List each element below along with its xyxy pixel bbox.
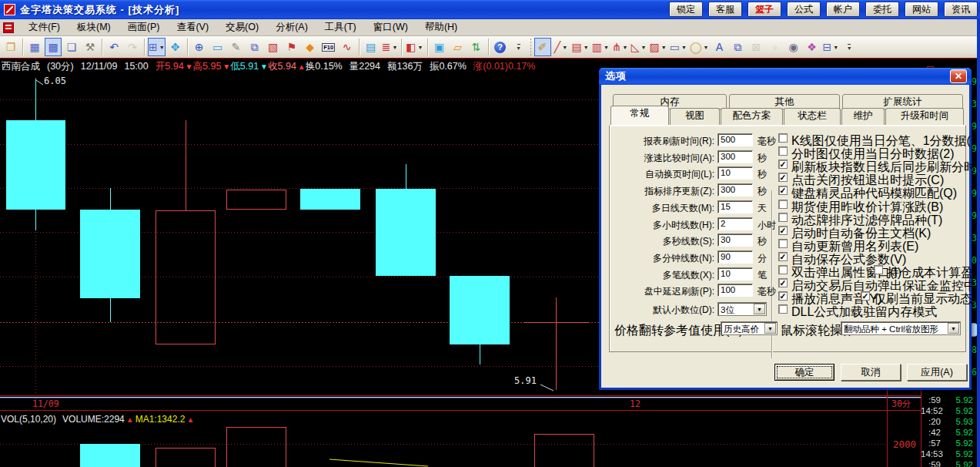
dialog-tab-其他[interactable]: 其他: [729, 94, 840, 109]
chevron-down-icon[interactable]: ▼: [754, 304, 765, 314]
panel-split-button[interactable]: ◧▼: [405, 38, 423, 56]
titlebar-button-网站[interactable]: 网站: [905, 2, 938, 17]
draw-gann-button[interactable]: ◺▼: [630, 38, 647, 56]
toolbar-overflow-button[interactable]: ▾: [510, 38, 527, 56]
draw-channel-button[interactable]: ▤▼: [571, 38, 590, 56]
menu-item-工具(T)[interactable]: 工具(T): [316, 19, 365, 35]
titlebar-button-锁定[interactable]: 锁定: [669, 2, 703, 17]
dialog-tab-视图[interactable]: 视图: [670, 108, 720, 125]
field-input-9[interactable]: 10: [717, 267, 753, 281]
dialog-button-取消[interactable]: 取消: [841, 364, 901, 381]
dialog-button-应用(A)[interactable]: 应用(A): [907, 364, 967, 381]
monitor-screen-button[interactable]: ▣: [431, 38, 448, 56]
field-input-7[interactable]: 30: [717, 234, 753, 247]
checkbox-checked[interactable]: ✓: [778, 186, 788, 195]
dialog-tab-扩展统计[interactable]: 扩展统计: [842, 94, 963, 109]
draw-text-button[interactable]: A: [711, 38, 727, 56]
checkbox-unchecked[interactable]: [778, 265, 788, 274]
field-input-3[interactable]: 10: [717, 166, 753, 180]
menu-item-交易(O)[interactable]: 交易(O): [217, 19, 267, 35]
menu-item-板块(M)[interactable]: 板块(M): [69, 19, 119, 35]
help-button[interactable]: ?: [492, 38, 509, 56]
checkbox-checked[interactable]: ✓: [778, 278, 788, 287]
page-layout-button[interactable]: ❏: [63, 38, 80, 56]
menu-item-帮助(H)[interactable]: 帮助(H): [416, 19, 466, 35]
dialog-tab-升级和时间[interactable]: 升级和时间: [885, 108, 964, 125]
menu-item-窗口(W)[interactable]: 窗口(W): [365, 19, 416, 35]
dialog-close-icon[interactable]: ✕: [950, 69, 967, 83]
checkbox-unchecked[interactable]: [778, 304, 788, 314]
checkbox-checked[interactable]: ✓: [778, 291, 788, 301]
checkbox-checked[interactable]: ✓: [778, 160, 788, 169]
field-input-2[interactable]: 300: [717, 150, 753, 163]
field-input-8[interactable]: 90: [717, 250, 753, 264]
shape-layers-button[interactable]: ⊟▼: [821, 38, 839, 56]
trend-analyze-button[interactable]: ∿: [339, 38, 356, 56]
titlebar-button-客服[interactable]: 客服: [708, 2, 742, 17]
checkbox-unchecked[interactable]: [778, 146, 788, 156]
redo-button[interactable]: ↷: [124, 38, 141, 56]
flip-reference-combobox[interactable]: 历史高价▼: [721, 321, 778, 335]
draw-line-button[interactable]: ╱▼: [553, 38, 570, 56]
titlebar-button-资讯[interactable]: 资讯: [944, 2, 978, 17]
field-input-6[interactable]: 2: [717, 217, 753, 230]
dialog-tab-维护[interactable]: 维护: [841, 108, 885, 125]
zoom-in-button[interactable]: ⊕: [191, 38, 208, 56]
mouse-wheel-combobox[interactable]: 翻动品种 + Ctrl缩放图形▼: [841, 321, 961, 335]
draw-vertlines-button[interactable]: ▥▼: [591, 38, 610, 56]
open-folder-button[interactable]: ❐: [2, 38, 19, 56]
report-table-button[interactable]: ▦: [26, 38, 43, 56]
f10-info-button[interactable]: F10: [320, 38, 337, 56]
checkbox-unchecked[interactable]: [874, 265, 883, 274]
undo-button[interactable]: ↶: [105, 38, 122, 56]
titlebar-button-篮子[interactable]: 篮子: [748, 2, 781, 17]
draw-rect-button[interactable]: ▭▼: [669, 38, 687, 56]
dialog-tab-状态栏[interactable]: 状态栏: [784, 108, 841, 125]
window-layout-button[interactable]: ⊞▼: [148, 38, 166, 56]
chevron-down-icon[interactable]: ▼: [948, 323, 959, 334]
titlebar-button-委托[interactable]: 委托: [865, 2, 899, 17]
shape-copy-button[interactable]: ⧉: [729, 38, 746, 56]
transfer-updown-button[interactable]: ⇅: [468, 38, 485, 56]
shape-delete-button[interactable]: ⊠: [748, 38, 764, 56]
field-input-5[interactable]: 15: [717, 200, 753, 213]
scroll-news-button[interactable]: ▱: [450, 38, 467, 56]
edit-note-button[interactable]: ✎: [228, 38, 245, 56]
checkbox-unchecked[interactable]: [778, 239, 788, 248]
flag-export-button[interactable]: ⚑: [283, 38, 300, 56]
copy-objects-button[interactable]: ⧉: [246, 38, 263, 56]
field-input-4[interactable]: 300: [717, 183, 753, 197]
chevron-down-icon[interactable]: ▼: [764, 323, 776, 334]
dialog-tab-常规[interactable]: 常规: [610, 106, 669, 125]
shape-lock-button[interactable]: ◉: [784, 38, 801, 56]
draw-fanlines-button[interactable]: ⋔▼: [611, 38, 629, 56]
indicator-list-button[interactable]: ≣▼: [381, 38, 399, 56]
menu-item-文件(F)[interactable]: 文件(F): [20, 19, 69, 35]
titlebar-button-公式[interactable]: 公式: [787, 2, 821, 17]
draw-hatch-button[interactable]: ▨▼: [649, 38, 667, 56]
checkbox-unchecked[interactable]: [778, 213, 788, 222]
menu-item-分析(A)[interactable]: 分析(A): [267, 19, 316, 35]
draw-ellipse-button[interactable]: ◯▼: [689, 38, 710, 56]
titlebar-button-帐户[interactable]: 帐户: [826, 2, 860, 17]
block-overview-button[interactable]: ▩: [45, 38, 62, 56]
alert-warning-button[interactable]: ◆: [302, 38, 319, 56]
color-palette-button[interactable]: ❖: [803, 38, 820, 56]
dialog-button-确定[interactable]: 确定: [774, 364, 835, 381]
menu-item-查看(V)[interactable]: 查看(V): [168, 19, 217, 35]
field-input-10[interactable]: 100: [717, 284, 753, 297]
checkbox-checked[interactable]: ✓: [861, 291, 870, 301]
dialog-tab-配色方案[interactable]: 配色方案: [721, 108, 783, 125]
indicator-apply-button[interactable]: ▧: [265, 38, 282, 56]
tools-hammer-button[interactable]: ⚒: [82, 38, 99, 56]
move-button[interactable]: ✥: [167, 38, 184, 56]
field-input-1[interactable]: 500: [717, 133, 753, 146]
shape-erase-button[interactable]: ▫: [766, 38, 783, 56]
chart-view-button[interactable]: ▤: [363, 38, 380, 56]
checkbox-checked[interactable]: ✓: [778, 226, 788, 235]
draw-pointer-button[interactable]: ✐: [534, 38, 551, 56]
checkbox-checked[interactable]: ✓: [778, 173, 788, 182]
toolbar-overflow-2-button[interactable]: ▾: [841, 38, 858, 56]
measure-ruler-button[interactable]: ▭: [209, 38, 226, 56]
checkbox-checked[interactable]: ✓: [778, 252, 788, 261]
